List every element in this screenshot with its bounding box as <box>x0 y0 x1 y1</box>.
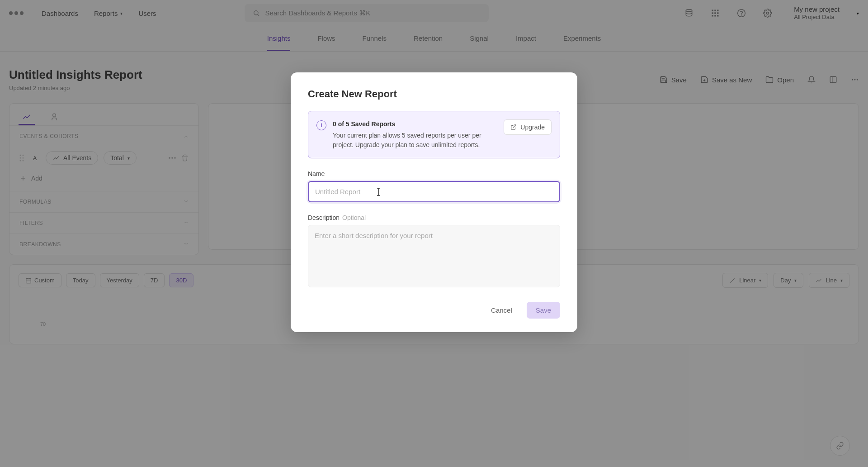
save-button[interactable]: Save <box>527 302 560 319</box>
desc-label: Description <box>308 214 340 221</box>
name-input[interactable] <box>308 181 560 202</box>
create-report-modal: Create New Report i 0 of 5 Saved Reports… <box>291 72 577 332</box>
modal-title: Create New Report <box>308 88 560 100</box>
banner-text: 0 of 5 Saved Reports Your current plan a… <box>333 119 497 150</box>
text-cursor-icon <box>375 187 382 196</box>
upgrade-button[interactable]: Upgrade <box>504 119 552 135</box>
desc-optional: Optional <box>342 214 366 221</box>
info-icon: i <box>316 120 326 130</box>
name-label: Name <box>308 170 560 177</box>
modal-overlay[interactable]: Create New Report i 0 of 5 Saved Reports… <box>0 0 868 467</box>
banner-title: 0 of 5 Saved Reports <box>333 119 497 129</box>
upgrade-label: Upgrade <box>520 124 545 131</box>
cancel-button[interactable]: Cancel <box>485 302 519 319</box>
svg-line-41 <box>513 125 516 128</box>
banner-body: Your current plan allows 5 saved reports… <box>333 131 497 150</box>
modal-actions: Cancel Save <box>308 302 560 319</box>
description-input[interactable] <box>308 225 560 287</box>
upgrade-banner: i 0 of 5 Saved Reports Your current plan… <box>308 111 560 158</box>
description-label: Description Optional <box>308 214 560 221</box>
